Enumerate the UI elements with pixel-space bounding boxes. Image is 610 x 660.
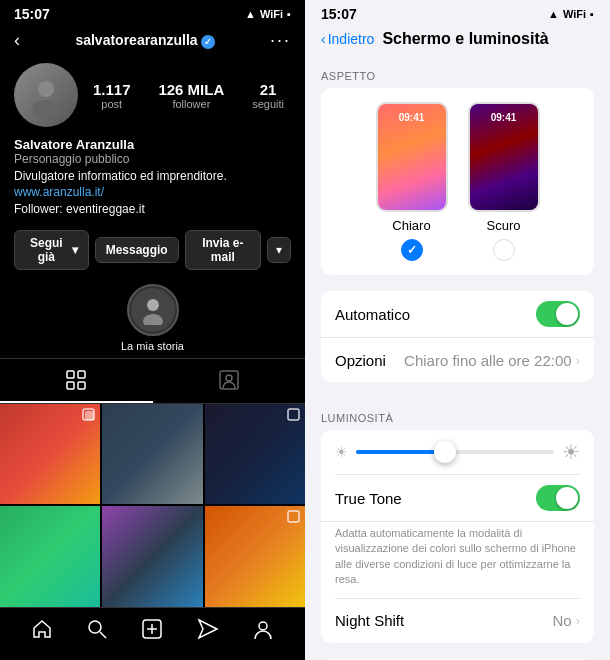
dark-preview: 09:41 xyxy=(468,102,540,212)
signal-icon-right: ▲ xyxy=(548,8,559,20)
send-nav-icon[interactable] xyxy=(197,618,219,646)
light-screen: 09:41 xyxy=(378,104,446,210)
automatico-toggle[interactable] xyxy=(536,301,580,327)
stats-row: 1.117 post 126 MILA follower 21 seguiti xyxy=(86,81,291,110)
multi-icon-3 xyxy=(287,408,301,422)
bio-website[interactable]: www.aranzulla.it/ xyxy=(14,185,291,199)
photo-cell-2[interactable] xyxy=(102,404,202,504)
status-bar-left: 15:07 ▲ WiFi ▪ xyxy=(0,0,305,26)
photo-cell-3[interactable] xyxy=(205,404,305,504)
slider-thumb xyxy=(434,441,456,463)
status-icons-right: ▲ WiFi ▪ xyxy=(548,8,594,20)
settings-content: ASPETTO 09:41 Chiaro xyxy=(305,56,610,660)
brightness-row: ☀ ☀ xyxy=(321,430,594,474)
svg-point-3 xyxy=(143,314,163,325)
photo-cell-5[interactable] xyxy=(102,506,202,606)
brightness-high-icon: ☀ xyxy=(562,440,580,464)
nav-header: ‹ Indietro Schermo e luminosità xyxy=(305,26,610,56)
light-time: 09:41 xyxy=(399,112,425,123)
light-check xyxy=(401,239,423,261)
story-avatar[interactable] xyxy=(127,284,179,336)
aspetto-header: ASPETTO xyxy=(305,56,610,88)
photo-cell-6[interactable] xyxy=(205,506,305,606)
svg-rect-13 xyxy=(288,511,299,522)
true-tone-description: Adatta automaticamente la modalità di vi… xyxy=(321,522,594,598)
true-tone-row: True Tone xyxy=(321,475,594,522)
story-section[interactable]: La mia storia xyxy=(0,278,305,358)
wifi-icon-right: WiFi xyxy=(563,8,586,20)
svg-point-20 xyxy=(259,622,267,630)
more-icon[interactable]: ··· xyxy=(270,30,291,51)
battery-icon-right: ▪ xyxy=(590,8,594,20)
ig-username: salvatorearanzulla xyxy=(75,32,214,48)
night-shift-value: No xyxy=(552,612,571,629)
profile-stats: 1.117 post 126 MILA follower 21 seguiti xyxy=(0,57,305,133)
opzioni-chevron-icon: › xyxy=(576,353,580,368)
light-option[interactable]: 09:41 Chiaro xyxy=(376,102,448,261)
profile-nav-icon[interactable] xyxy=(252,618,274,646)
true-tone-toggle[interactable] xyxy=(536,485,580,511)
light-preview: 09:41 xyxy=(376,102,448,212)
wifi-icon: WiFi xyxy=(260,8,283,20)
svg-rect-6 xyxy=(67,382,74,389)
following-label: seguiti xyxy=(252,98,284,110)
brightness-slider[interactable] xyxy=(356,450,554,454)
followers-stat[interactable]: 126 MILA follower xyxy=(158,81,224,110)
night-shift-label: Night Shift xyxy=(335,612,552,629)
ig-header: ‹ salvatorearanzulla ··· xyxy=(0,26,305,57)
back-icon[interactable]: ‹ xyxy=(14,30,20,51)
action-buttons: Segui già ▾ Messaggio Invia e-mail ▾ xyxy=(0,222,305,278)
photo-tabs xyxy=(0,358,305,404)
story-label: La mia storia xyxy=(121,340,184,352)
home-nav-icon[interactable] xyxy=(31,618,53,646)
time-right: 15:07 xyxy=(321,6,357,22)
status-icons-left: ▲ WiFi ▪ xyxy=(245,8,291,20)
follow-button[interactable]: Segui già ▾ xyxy=(14,230,89,270)
night-shift-row[interactable]: Night Shift No › xyxy=(321,599,594,643)
multi-icon-6 xyxy=(287,510,301,524)
light-label: Chiaro xyxy=(392,218,430,233)
slider-fill xyxy=(356,450,445,454)
bio-follower-tag: Follower: eventireggae.it xyxy=(14,201,291,218)
luminosita-header: LUMINOSITÀ xyxy=(305,398,610,430)
photo-cell-1[interactable] xyxy=(0,404,100,504)
svg-rect-11 xyxy=(85,411,94,420)
bio-type: Personaggio pubblico xyxy=(14,152,291,166)
photo-cell-4[interactable] xyxy=(0,506,100,606)
svg-line-15 xyxy=(100,632,106,638)
verified-badge xyxy=(201,35,215,49)
svg-point-14 xyxy=(89,621,101,633)
svg-rect-7 xyxy=(78,382,85,389)
dark-screen: 09:41 xyxy=(470,104,538,210)
automatico-row: Automatico xyxy=(321,291,594,338)
appearance-group: 09:41 Chiaro 09:41 Scuro xyxy=(321,88,594,275)
opzioni-row[interactable]: Opzioni Chiaro fino alle ore 22:00 › xyxy=(321,338,594,382)
dark-label: Scuro xyxy=(487,218,521,233)
dark-option[interactable]: 09:41 Scuro xyxy=(468,102,540,261)
svg-rect-4 xyxy=(67,371,74,378)
signal-icon: ▲ xyxy=(245,8,256,20)
posts-label: post xyxy=(101,98,122,110)
search-nav-icon[interactable] xyxy=(86,618,108,646)
avatar xyxy=(14,63,78,127)
svg-point-2 xyxy=(147,299,159,311)
message-button[interactable]: Messaggio xyxy=(95,237,179,263)
followers-count: 126 MILA xyxy=(158,81,224,98)
posts-stat[interactable]: 1.117 post xyxy=(93,81,131,110)
back-link[interactable]: ‹ Indietro xyxy=(321,31,374,47)
tab-grid[interactable] xyxy=(0,359,153,403)
bio-section: Salvatore Aranzulla Personaggio pubblico… xyxy=(0,133,305,222)
svg-point-9 xyxy=(226,375,232,381)
add-nav-icon[interactable] xyxy=(141,618,163,646)
email-button[interactable]: Invia e-mail xyxy=(185,230,261,270)
dropdown-arrow-icon: ▾ xyxy=(72,243,78,257)
night-shift-chevron-icon: › xyxy=(576,613,580,628)
svg-rect-5 xyxy=(78,371,85,378)
following-stat[interactable]: 21 seguiti xyxy=(252,81,284,110)
more-button[interactable]: ▾ xyxy=(267,237,291,263)
posts-count: 1.117 xyxy=(93,81,131,98)
automatico-label: Automatico xyxy=(335,306,536,323)
settings-title: Schermo e luminosità xyxy=(382,30,548,48)
time-left: 15:07 xyxy=(14,6,50,22)
tab-tagged[interactable] xyxy=(153,359,306,403)
